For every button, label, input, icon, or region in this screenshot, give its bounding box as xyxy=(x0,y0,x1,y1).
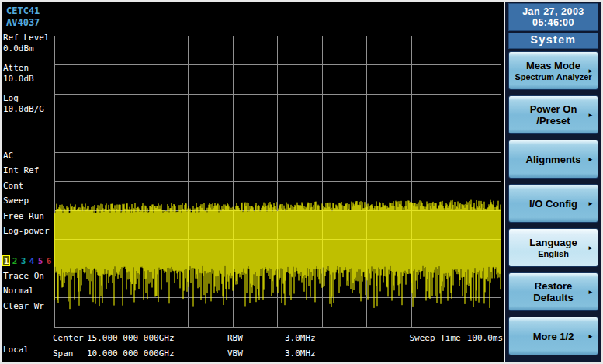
softkey-more-1-2[interactable]: More 1/2► xyxy=(508,317,598,355)
trace-mode-annunciator: Trace On xyxy=(3,271,44,281)
softkey-language[interactable]: LanguageEnglish► xyxy=(508,228,598,267)
span-label: Span xyxy=(53,348,74,359)
softkey-sublabel: English xyxy=(538,249,569,258)
right-arrow-icon: ► xyxy=(587,112,594,119)
center-freq-value: 15.000 000 000GHz xyxy=(87,333,175,343)
trace-detector-annunciator: Normal xyxy=(3,286,34,296)
trace-number-5: 5 xyxy=(36,255,44,266)
brand-label: CETC41 xyxy=(6,5,40,16)
right-arrow-icon: ► xyxy=(587,156,594,163)
local-annunciator: Local xyxy=(3,345,29,355)
trace-number-indicators: 123456 xyxy=(2,255,53,266)
softkey-sublabel: Spectrum Analyzer xyxy=(515,72,591,81)
trigger-annunciator: Free Run xyxy=(3,211,44,221)
softkey-label: Language xyxy=(529,237,577,248)
softkey-label: Power On/Preset xyxy=(530,103,577,127)
softkey-power-on-preset[interactable]: Power On/Preset► xyxy=(508,95,598,134)
detector-annunciator: Log-power xyxy=(3,226,50,236)
atten-label: Atten xyxy=(3,63,29,73)
ref-source-annunciator: Int Ref xyxy=(3,165,39,175)
softkey-alignments[interactable]: Alignments► xyxy=(508,140,598,179)
sweep-annunciator: Sweep xyxy=(3,196,29,206)
softkey-label: More 1/2 xyxy=(533,331,574,342)
center-freq-label: Center xyxy=(53,333,84,343)
trace-write-annunciator: Clear Wr xyxy=(3,301,44,311)
log-scale-label: Log xyxy=(3,93,19,103)
rbw-label: RBW xyxy=(227,333,243,343)
sweep-cont-annunciator: Cont xyxy=(3,181,24,191)
coupling-annunciator: AC xyxy=(3,151,13,161)
softkey-label: Alignments xyxy=(526,154,581,165)
sweep-time-label: Sweep Time xyxy=(409,333,460,343)
right-arrow-icon: ► xyxy=(587,333,594,340)
softkey-io-config[interactable]: I/O Config► xyxy=(508,184,598,223)
trace-number-2: 2 xyxy=(11,255,19,266)
softkey-meas-mode[interactable]: Meas ModeSpectrum Analyzer► xyxy=(508,51,598,90)
trace-1 xyxy=(54,200,501,310)
softkey-sidebar: Jan 27, 2003 05:46:00 System Meas ModeSp… xyxy=(504,2,601,362)
vbw-label: VBW xyxy=(227,348,243,359)
softkey-label: RestoreDefaults xyxy=(533,280,573,303)
right-arrow-icon: ► xyxy=(587,244,594,251)
right-arrow-icon: ► xyxy=(587,68,594,75)
model-label: AV4037 xyxy=(6,17,40,28)
softkey-label: I/O Config xyxy=(529,198,577,210)
sweep-time-value: 100.0ms xyxy=(467,333,503,343)
trace-number-1: 1 xyxy=(2,255,10,266)
time-text: 05:46:00 xyxy=(509,17,598,28)
datetime-display: Jan 27, 2003 05:46:00 xyxy=(508,3,598,31)
trace-number-3: 3 xyxy=(19,255,27,266)
right-arrow-icon: ► xyxy=(587,200,594,207)
spectrum-analyzer-screen: CETC41 AV4037 Ref Level 0.0dBm Atten 10.… xyxy=(0,0,603,364)
sweep-time-readout: Sweep Time 100.0ms xyxy=(334,333,503,343)
right-arrow-icon: ► xyxy=(587,289,594,296)
ref-level-value: 0.0dBm xyxy=(3,43,34,54)
softkey-restore-defaults[interactable]: RestoreDefaults► xyxy=(508,272,598,311)
trace-number-6: 6 xyxy=(45,255,53,266)
atten-value: 10.0dB xyxy=(3,74,34,84)
spectrum-display xyxy=(0,0,504,364)
menu-title: System xyxy=(508,33,598,49)
log-scale-value: 10.0dB/G xyxy=(3,104,44,114)
trace-number-4: 4 xyxy=(28,255,36,266)
softkey-label: Meas Mode xyxy=(526,60,580,71)
ref-level-label: Ref Level xyxy=(3,33,50,43)
rbw-value: 3.0MHz xyxy=(285,333,316,343)
softkey-list: Meas ModeSpectrum Analyzer►Power On/Pres… xyxy=(508,51,598,355)
span-value: 10.000 000 000GHz xyxy=(87,348,175,359)
vbw-value: 3.0MHz xyxy=(285,348,316,359)
date-text: Jan 27, 2003 xyxy=(509,6,598,17)
